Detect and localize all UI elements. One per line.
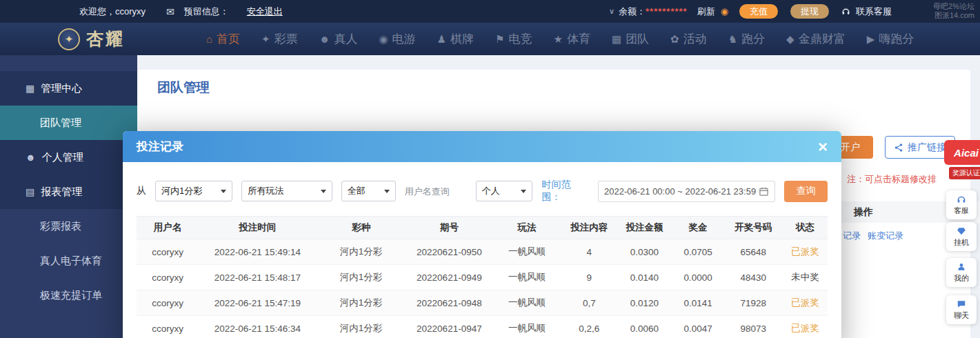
welcome-text: 欢迎您，ccoryxy bbox=[79, 6, 146, 18]
modal-title: 投注记录 bbox=[137, 139, 183, 155]
playtype-select[interactable]: 所有玩法 bbox=[241, 181, 332, 201]
sidebar-item-report-management[interactable]: ▤报表管理 bbox=[0, 175, 137, 209]
nav-item-wealth[interactable]: ◆金鼎财富 bbox=[786, 31, 846, 47]
page-title: 团队管理 bbox=[157, 79, 210, 97]
float-chat-button[interactable]: 聊天 bbox=[946, 295, 977, 324]
sidebar-item-personal-management[interactable]: ☻个人管理 bbox=[0, 140, 137, 175]
team-icon: ▦ bbox=[612, 33, 621, 46]
nav-item-lottery[interactable]: ✦彩票 bbox=[261, 31, 298, 47]
logout-link[interactable]: 安全退出 bbox=[247, 6, 283, 18]
table-row: ccoryxy 2022-06-21 15:46:34 河内1分彩 202206… bbox=[137, 316, 828, 338]
nav-item-chess[interactable]: ♟棋牌 bbox=[437, 31, 474, 47]
live-casino-icon: ☻ bbox=[319, 33, 330, 45]
cert-label: 奖源认证 bbox=[949, 167, 980, 179]
nav-item-team[interactable]: ▦团队 bbox=[612, 31, 649, 47]
sidebar: ▦管理中心 团队管理 ☻个人管理 ▤报表管理 彩票报表 真人电子体育 极速充提订… bbox=[0, 55, 137, 338]
mail-icon[interactable]: ✉ bbox=[166, 6, 174, 17]
contact-service-link[interactable]: 联系客服 bbox=[856, 6, 892, 18]
gem-icon bbox=[956, 226, 967, 236]
slots-icon: ◉ bbox=[379, 33, 388, 46]
brand-logo-icon: ✦ bbox=[58, 28, 80, 50]
screen: 欢迎您，ccoryxy ✉ 预留信息： 安全退出 ∨ 余额： *********… bbox=[0, 0, 980, 338]
status-badge: 已派奖 bbox=[783, 239, 828, 265]
topbar-left: 欢迎您，ccoryxy ✉ 预留信息： 安全退出 bbox=[79, 6, 283, 18]
record-link[interactable]: 记录 bbox=[843, 230, 861, 242]
lottery-select[interactable]: 河内1分彩 bbox=[155, 181, 232, 201]
nav-item-hi-paofen[interactable]: ▶嗨跑分 bbox=[867, 31, 914, 47]
nav-item-paofen[interactable]: ♞跑分 bbox=[728, 31, 765, 47]
chat-icon bbox=[956, 299, 967, 309]
recharge-button[interactable]: 充值 bbox=[739, 4, 778, 19]
topbar-right: ∨ 余额： ********** 刷新 ◉ 充值 提现 联系客服 bbox=[609, 4, 892, 19]
brand-logo[interactable]: ✦ 杏耀 bbox=[58, 28, 125, 50]
brand-name: 杏耀 bbox=[86, 28, 125, 50]
person-icon bbox=[956, 262, 967, 272]
table-row: ccoryxy 2022-06-21 15:49:14 河内1分彩 202206… bbox=[137, 239, 828, 265]
sidebar-item-admin-center[interactable]: ▦管理中心 bbox=[0, 71, 137, 106]
time-range-label: 时间范围： bbox=[541, 179, 589, 203]
float-customer-service-button[interactable]: 客服 bbox=[946, 190, 977, 219]
lottery-icon: ✦ bbox=[261, 33, 270, 46]
share-icon bbox=[894, 143, 903, 152]
edit-note: 注：可点击标题修改排 bbox=[847, 173, 937, 186]
sidebar-item-fast-orders[interactable]: 极速充提订单 bbox=[0, 278, 137, 312]
chevron-down-icon bbox=[521, 190, 526, 193]
search-button[interactable]: 查询 bbox=[784, 181, 828, 202]
gift-icon: ✿ bbox=[670, 33, 679, 46]
refresh-link[interactable]: 刷新 bbox=[697, 6, 715, 18]
chevron-down-icon bbox=[321, 190, 326, 193]
topbar: 欢迎您，ccoryxy ✉ 预留信息： 安全退出 ∨ 余额： *********… bbox=[0, 0, 980, 23]
eye-icon[interactable]: ◉ bbox=[721, 6, 728, 17]
float-hangup-button[interactable]: 挂机 bbox=[946, 222, 977, 251]
nav-item-slots[interactable]: ◉电游 bbox=[379, 31, 415, 47]
chevron-down-icon bbox=[221, 190, 226, 193]
bet-records-table: 用户名 投注时间 彩种 期号 玩法 投注内容 投注金额 奖金 开奖号码 状态 c bbox=[137, 216, 828, 338]
headset-icon bbox=[841, 7, 852, 16]
sidebar-item-team-management[interactable]: 团队管理 bbox=[0, 106, 137, 140]
cert-badge: Aicai 奖源认证 bbox=[944, 140, 980, 179]
chevron-down-icon bbox=[384, 190, 390, 193]
balance-value: ********** bbox=[646, 6, 688, 17]
withdraw-button[interactable]: 提现 bbox=[790, 4, 829, 19]
home-icon: ⌂ bbox=[206, 33, 212, 45]
sports-icon: ★ bbox=[553, 33, 562, 46]
calendar-icon bbox=[759, 186, 769, 197]
person-icon: ☻ bbox=[26, 152, 36, 163]
close-icon[interactable]: × bbox=[818, 139, 828, 155]
nav-item-esports[interactable]: ⚑电竞 bbox=[495, 31, 532, 47]
nav-menu: ⌂首页 ✦彩票 ☻真人 ◉电游 ♟棋牌 ⚑电竞 ★体育 ▦团队 ✿活动 ♞跑分 … bbox=[206, 31, 914, 47]
filter-bar: 从 河内1分彩 所有玩法 全部 个人 时间范围： 2022-06-21 00:0… bbox=[137, 179, 828, 203]
cert-logo: Aicai bbox=[944, 140, 980, 165]
date-range-input[interactable]: 2022-06-21 00:00 ~ 2022-06-21 23:59 bbox=[598, 181, 775, 202]
status-badge: 已派奖 bbox=[783, 290, 828, 316]
headset-icon bbox=[956, 195, 967, 204]
chess-icon: ♟ bbox=[437, 33, 446, 46]
from-label: 从 bbox=[137, 185, 146, 197]
table-header-row: 用户名 投注时间 彩种 期号 玩法 投注内容 投注金额 奖金 开奖号码 状态 bbox=[137, 217, 828, 239]
grid-icon: ▦ bbox=[26, 83, 34, 94]
sidebar-item-lottery-report[interactable]: 彩票报表 bbox=[0, 209, 137, 243]
status-badge: 未中奖 bbox=[783, 265, 828, 290]
nav-item-home[interactable]: ⌂首页 bbox=[206, 31, 240, 47]
status-badge: 已派奖 bbox=[783, 316, 828, 338]
nav-item-activity[interactable]: ✿活动 bbox=[670, 31, 707, 47]
modal-header: 投注记录 × bbox=[123, 131, 841, 162]
esports-icon: ⚑ bbox=[495, 33, 504, 46]
sidebar-item-live-esports-report[interactable]: 真人电子体育 bbox=[0, 243, 137, 278]
wealth-icon: ◆ bbox=[786, 33, 794, 46]
scope-select[interactable]: 个人 bbox=[476, 181, 533, 201]
all-select[interactable]: 全部 bbox=[341, 181, 396, 201]
modal-body: 从 河内1分彩 所有玩法 全部 个人 时间范围： 2022-06-21 00:0… bbox=[123, 162, 841, 338]
float-my-account-button[interactable]: 我的 bbox=[946, 258, 977, 287]
username-search-input[interactable] bbox=[405, 181, 467, 201]
run-icon: ♞ bbox=[728, 33, 737, 46]
nav-item-live[interactable]: ☻真人 bbox=[319, 31, 358, 47]
main-navbar: ✦ 杏耀 ⌂首页 ✦彩票 ☻真人 ◉电游 ♟棋牌 ⚑电竞 ★体育 ▦团队 ✿活动… bbox=[0, 23, 980, 55]
bet-records-modal: 投注记录 × 从 河内1分彩 所有玩法 全部 个人 时间范围： 2022-06-… bbox=[123, 131, 841, 338]
reserved-info-label: 预留信息： bbox=[184, 6, 229, 18]
chevron-down-icon[interactable]: ∨ bbox=[609, 7, 614, 16]
report-icon: ▤ bbox=[26, 186, 34, 197]
nav-item-sports[interactable]: ★体育 bbox=[553, 31, 590, 47]
record-links: 记录 账变记录 bbox=[843, 230, 903, 242]
account-change-link[interactable]: 账变记录 bbox=[868, 230, 903, 242]
